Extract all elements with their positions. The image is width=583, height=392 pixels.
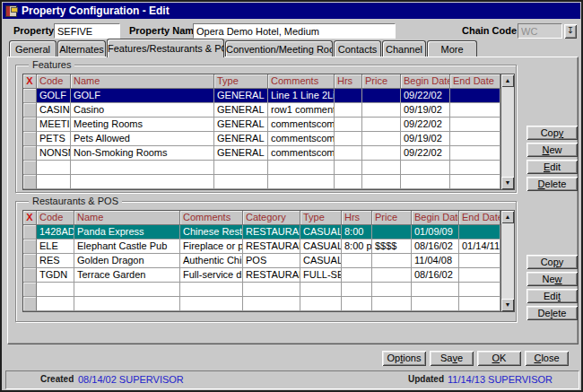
cell-comments (268, 175, 335, 189)
window-titlebar[interactable]: Property Configuration - Edit (3, 3, 580, 19)
chain-code-input[interactable] (518, 23, 562, 39)
scroll-up-button[interactable]: ▲ (501, 74, 514, 87)
table-row[interactable] (23, 297, 500, 311)
table-row[interactable]: RESGolden DragonAuthentic ChinesPOSCASUA… (23, 254, 500, 268)
table-row[interactable] (23, 283, 500, 297)
tab-channel[interactable]: Channel (382, 40, 426, 57)
cell-price: $$$$ (372, 240, 412, 254)
cell-end_date (450, 103, 500, 118)
property-name-input[interactable] (193, 23, 396, 39)
tab-features-restaurants-pos[interactable]: Features/Restaurants & POS (107, 39, 224, 57)
cell-type (300, 297, 342, 311)
cell-name: GOLF (71, 89, 214, 103)
cell-begin_date (401, 175, 450, 189)
property-name-label: Property Name (129, 25, 199, 36)
cell-type: CASUAL (300, 254, 342, 268)
cell-end_date (459, 297, 500, 311)
tab-alternates[interactable]: Alternates (57, 40, 106, 57)
window-title: Property Configuration - Edit (22, 4, 170, 17)
restaurants-edit-button[interactable]: Edit (526, 289, 578, 303)
table-row[interactable]: CASINOCasinoGENERALrow1 comments o09/19/… (23, 103, 500, 118)
cell-x (23, 268, 37, 283)
cell-type (214, 175, 268, 189)
tab-general[interactable]: General (9, 40, 57, 57)
cell-name: Non-Smoking Rooms (71, 146, 214, 161)
features-vertical-scrollbar[interactable]: ▲ ▼ (501, 74, 515, 190)
table-row[interactable] (23, 175, 500, 189)
chain-code-label: Chain Code (462, 25, 517, 36)
tab-convention-meeting-rooms[interactable]: Convention/Meeting Rooms (225, 40, 333, 57)
ok-button[interactable]: OK (477, 351, 521, 366)
features-delete-button[interactable]: Delete (526, 177, 578, 191)
table-row[interactable]: NONSMKNon-Smoking RoomsGENERALcommentsco… (23, 146, 500, 161)
cell-comments: Line 1 Line 2Line (268, 89, 335, 103)
cell-x (23, 297, 37, 311)
scroll-up-button[interactable]: ▲ (501, 211, 514, 223)
table-row[interactable]: GOLFGOLFGENERALLine 1 Line 2Line09/22/02 (23, 89, 500, 103)
table-row[interactable]: PETSPets AllowedGENERALcommentscomme09/1… (23, 132, 500, 146)
cell-name: Meeting Rooms (71, 118, 214, 132)
cell-name (71, 161, 214, 175)
property-input[interactable] (54, 23, 120, 39)
table-row[interactable]: TGDNTerrace GardenFull-service dinirREST… (23, 268, 500, 283)
cell-category: RESTAURANT (243, 240, 300, 254)
cell-category: POS (243, 254, 300, 268)
cell-begin_date: 08/16/02 (412, 240, 459, 254)
cell-hrs (335, 146, 362, 161)
cell-hrs: 8:00 (342, 225, 372, 240)
cell-begin_date (401, 161, 450, 175)
table-row[interactable] (23, 161, 500, 175)
cell-x (23, 89, 37, 103)
table-row[interactable]: ELEElephant Castle PubFireplace or patRE… (23, 240, 500, 254)
scrollbar-track[interactable] (501, 223, 514, 299)
property-label: Property (13, 25, 54, 36)
updated-value: 11/14/13 SUPERVISOR (448, 374, 553, 385)
scroll-down-button[interactable]: ▼ (501, 177, 514, 189)
column-header-comments: Comments (180, 211, 243, 225)
restaurants-new-button[interactable]: New (526, 272, 578, 286)
cell-comments: commentscomme (268, 132, 335, 146)
cell-hrs (342, 254, 372, 268)
cell-begin_date (412, 297, 459, 311)
restaurants-copy-button[interactable]: Copy (526, 255, 578, 269)
app-icon (5, 5, 17, 17)
cell-price (362, 146, 401, 161)
cell-comments: Full-service dinir (180, 268, 243, 283)
cell-code (37, 161, 71, 175)
cell-hrs (335, 161, 362, 175)
cell-hrs (342, 297, 372, 311)
scrollbar-track[interactable] (501, 87, 514, 177)
restaurants-group-label: Restaurants & POS (29, 196, 122, 206)
scroll-down-button[interactable]: ▼ (501, 299, 514, 311)
restaurants-delete-button[interactable]: Delete (526, 306, 578, 320)
cell-code: RES (37, 254, 74, 268)
features-new-button[interactable]: New (526, 143, 578, 157)
created-label: Created (40, 374, 74, 384)
cell-comments: row1 comments o (268, 103, 335, 118)
tab-content-panel: Features XCodeNameTypeCommentsHrsPriceBe… (7, 57, 579, 344)
cell-code (37, 297, 74, 311)
cell-end_date (459, 283, 500, 297)
close-button[interactable]: Close (525, 351, 569, 366)
column-header-type: Type (214, 74, 268, 89)
features-table: XCodeNameTypeCommentsHrsPriceBegin DateE… (22, 74, 515, 190)
features-copy-button[interactable]: Copy (526, 126, 578, 140)
cell-price (362, 132, 401, 146)
cell-name (74, 283, 180, 297)
cell-end_date (450, 161, 500, 175)
cell-name: Golden Dragon (74, 254, 180, 268)
features-edit-button[interactable]: Edit (526, 160, 578, 174)
restaurants-vertical-scrollbar[interactable]: ▲ ▼ (501, 210, 515, 312)
cell-begin_date (412, 283, 459, 297)
cell-code: CASINO (37, 103, 71, 118)
tab-more[interactable]: More (427, 40, 477, 57)
save-button[interactable]: Save (430, 351, 474, 366)
cell-code: GOLF (37, 89, 71, 103)
status-bar: Created 08/14/02 SUPERVISOR Updated 11/1… (5, 370, 579, 389)
tab-contacts[interactable]: Contacts (334, 40, 381, 57)
options-button[interactable]: Options (382, 351, 426, 366)
table-row[interactable]: 1428ADPanda ExpressChinese RestauRESTAUR… (23, 225, 500, 240)
chain-code-lov-button[interactable]: ↧ (564, 24, 577, 39)
table-row[interactable]: MEETINGMeeting RoomsGENERALcommentscomme… (23, 118, 500, 132)
cell-end_date (459, 254, 500, 268)
